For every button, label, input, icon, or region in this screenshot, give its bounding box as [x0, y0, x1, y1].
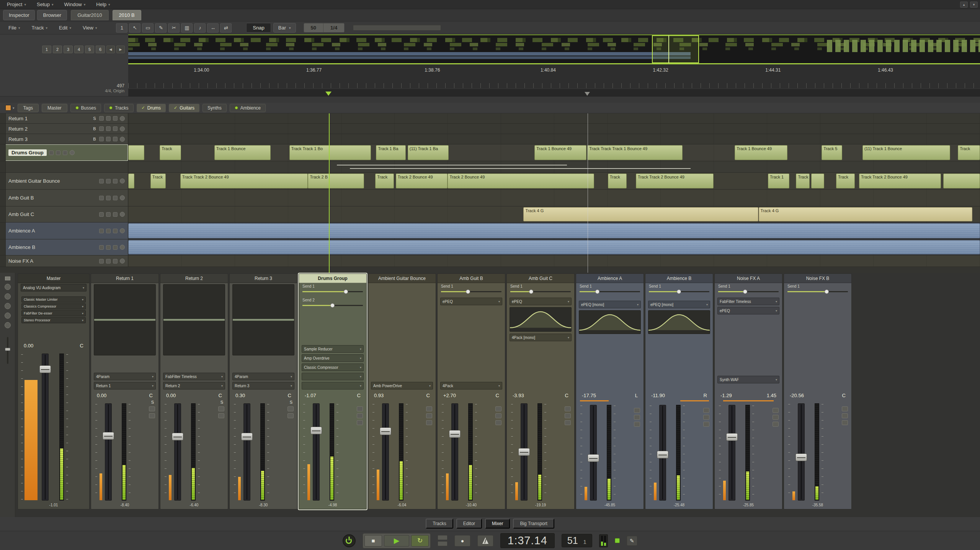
send-slider[interactable] — [718, 289, 779, 294]
arm-button[interactable] — [703, 422, 709, 427]
plugin-slot-analog-vu-audiogram[interactable]: Analog VU Audiogram▾ — [21, 284, 87, 291]
mute-button[interactable] — [634, 408, 640, 413]
track-knob[interactable] — [120, 228, 125, 233]
plugin-slot-classic-compressor[interactable]: Classic Compressor▾ — [302, 363, 364, 371]
fader-handle[interactable] — [103, 432, 114, 440]
mixer-strip-noise-fx-a[interactable]: Noise FX ASend 1FabFilter Timeless▾ePEQ▾… — [714, 273, 782, 509]
pan-value[interactable]: C — [288, 393, 291, 398]
utility-slider-thumb[interactable] — [5, 348, 10, 351]
tool-1[interactable]: 1 — [116, 23, 127, 33]
fader-handle[interactable] — [310, 427, 322, 434]
filter-button-tags[interactable]: Tags — [18, 104, 39, 112]
view-button-tracks[interactable]: Tracks — [426, 519, 453, 529]
send-control-send-1[interactable]: Send 1 — [784, 283, 851, 297]
track-button[interactable] — [113, 245, 118, 250]
arm-button[interactable] — [842, 420, 848, 425]
arm-button[interactable] — [357, 420, 363, 425]
audio-clip[interactable] — [128, 145, 144, 160]
mute-button[interactable] — [357, 406, 363, 411]
send-control-send-1[interactable]: Send 1 — [645, 283, 713, 297]
mixer-strip-title[interactable]: Return 3 — [230, 274, 297, 283]
audio-clip[interactable]: Track 4 G — [759, 207, 972, 221]
plugin-slot-sample-reducer[interactable]: Sample Reducer▾ — [302, 345, 364, 353]
audio-clip[interactable]: Track — [150, 174, 166, 188]
filter-chip-guitars[interactable]: ✓Guitars — [169, 104, 199, 112]
send-control-send-2[interactable]: Send 2 — [299, 297, 366, 311]
plugin-slot-empty[interactable]: ▾ — [302, 382, 364, 390]
track-knob[interactable] — [120, 245, 125, 250]
plugin-slot-return-1[interactable]: Return 1▾ — [94, 382, 156, 390]
solo-button[interactable] — [218, 413, 224, 418]
track-header-amb-guit-b[interactable]: Amb Guit B — [0, 190, 128, 206]
mute-button[interactable] — [218, 406, 224, 411]
overview-navigator[interactable] — [128, 34, 980, 64]
track-button[interactable] — [113, 116, 118, 121]
track-button[interactable] — [106, 245, 111, 250]
record-button[interactable]: ● — [454, 535, 470, 547]
fader-handle[interactable] — [380, 427, 391, 435]
plugin-slot-fabfilter-timeless[interactable]: FabFilter Timeless▾ — [717, 298, 779, 305]
track-lane[interactable] — [128, 134, 980, 144]
bank-next-icon[interactable]: ▶ — [116, 46, 125, 53]
audio-clip[interactable]: Track 2 Bounce 49 — [396, 174, 448, 188]
filter-button-master[interactable]: Master — [42, 104, 67, 112]
mixer-strip-ambient-guitar-bounce[interactable]: Ambient Guitar BounceAmb PowerDrive▾0.93… — [368, 273, 436, 509]
track-knob[interactable] — [120, 178, 125, 183]
pan-value[interactable]: C — [219, 393, 222, 398]
volume-value[interactable]: -1.29 — [720, 393, 732, 398]
plugin-slot-amb-powerdrive[interactable]: Amb PowerDrive▾ — [371, 382, 433, 390]
track-lane[interactable] — [128, 161, 980, 172]
audio-clip[interactable]: Track 2 B — [308, 174, 364, 188]
audio-clip[interactable] — [128, 240, 980, 254]
arm-button[interactable] — [773, 422, 779, 427]
bank-prev-icon[interactable]: ◀ — [106, 46, 115, 53]
track-button[interactable] — [106, 259, 111, 264]
track-header-ambience-a[interactable]: Ambience A — [0, 223, 128, 239]
plugin-slot-synth-waf[interactable]: Synth WAF▾ — [717, 376, 779, 383]
filter-chip-tracks[interactable]: Tracks — [104, 104, 134, 112]
audio-clip[interactable]: Track 1 Bounce 49 — [735, 145, 787, 160]
mixer-strip-title[interactable]: Return 1 — [91, 274, 158, 283]
scissors-tool[interactable]: ✂ — [168, 23, 180, 33]
track-knob[interactable] — [120, 116, 125, 121]
timeline-ruler[interactable]: 1:34.001:36.771:38.761:40.841:42.321:44.… — [128, 64, 980, 97]
audio-clip[interactable]: (11) Track 1 Ba — [408, 145, 449, 160]
track-button[interactable] — [106, 229, 111, 233]
volume-value[interactable]: -3.93 — [513, 393, 524, 398]
range-tool[interactable]: ▭ — [142, 23, 154, 33]
solo-button[interactable] — [357, 413, 363, 418]
send-slider[interactable] — [580, 289, 640, 294]
track-button[interactable] — [99, 259, 104, 264]
audio-clip[interactable]: Track — [608, 174, 627, 188]
track-button[interactable] — [113, 126, 118, 131]
volume-value[interactable]: -1.07 — [305, 393, 316, 398]
audio-clip[interactable]: Track 1 Bounce 49 — [534, 145, 586, 160]
send-knob[interactable] — [743, 290, 747, 294]
fader-handle[interactable] — [795, 453, 807, 461]
track-button[interactable] — [49, 151, 54, 155]
grid-resolution-dropdown[interactable]: Bar ▾ — [273, 23, 296, 33]
track-button[interactable] — [99, 179, 104, 183]
audio-clip[interactable]: Track Track Track 1 Bounce 49 — [587, 145, 683, 160]
mixer-strip-amb-guit-b[interactable]: Amb Guit BSend 1ePEQ▾4Pack▾+2.70C-10.40 — [437, 273, 505, 509]
filter-chip-busses[interactable]: Busses — [70, 104, 101, 112]
track-lane[interactable] — [128, 113, 980, 123]
solo-button[interactable] — [495, 413, 501, 418]
glue-tool[interactable]: ▥ — [181, 23, 193, 33]
menu-window[interactable]: Window▾ — [60, 1, 90, 8]
track-button[interactable] — [106, 137, 111, 141]
audio-clip[interactable]: Track 4 G — [523, 207, 758, 221]
power-button[interactable] — [343, 534, 356, 547]
audio-clip[interactable] — [128, 223, 980, 238]
solo-button[interactable] — [149, 413, 155, 418]
solo-button[interactable] — [842, 413, 848, 418]
volume-value[interactable]: 0.00 — [166, 393, 176, 398]
send-control-send-1[interactable]: Send 1 — [507, 283, 574, 297]
pan-value[interactable]: L — [635, 393, 638, 398]
fader-handle[interactable] — [39, 365, 51, 373]
view-button-editor[interactable]: Editor — [456, 519, 482, 529]
swap-tool[interactable]: ⇄ — [220, 23, 232, 33]
bank-button-1[interactable]: 1 — [42, 46, 51, 53]
fader-handle[interactable] — [588, 454, 599, 462]
track-button[interactable] — [106, 116, 111, 121]
